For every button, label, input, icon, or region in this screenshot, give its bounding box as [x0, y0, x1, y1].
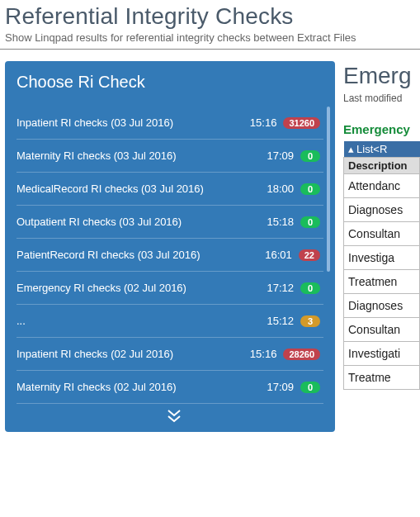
count-badge: 0	[300, 382, 320, 393]
detail-section-heading: Emergency	[343, 122, 420, 136]
ri-check-item-time: 16:01	[256, 249, 292, 261]
detail-subtitle: Last modified	[343, 92, 420, 104]
grid-row-cell[interactable]: Consultan	[344, 318, 420, 342]
ri-check-list: Inpatient RI checks (03 Jul 2016)15:1631…	[17, 107, 332, 404]
ri-check-item-time: 15:12	[257, 315, 294, 327]
ri-check-item[interactable]: Emergency RI checks (02 Jul 2016)17:120	[17, 272, 323, 305]
grid-col-description: Description	[344, 158, 420, 174]
ri-check-item-time: 15:16	[240, 116, 276, 129]
ri-check-item[interactable]: Inpatient RI checks (02 Jul 2016)15:1628…	[17, 338, 323, 371]
ri-check-item[interactable]: Maternity RI checks (03 Jul 2016)17:090	[17, 140, 323, 173]
ri-check-item-label: MedicalRecord RI checks (03 Jul 2016)	[17, 183, 257, 195]
ri-check-item-label: Maternity RI checks (03 Jul 2016)	[17, 149, 257, 162]
count-badge: 28260	[283, 349, 320, 360]
count-badge: 22	[299, 249, 320, 261]
ri-check-item[interactable]: PatientRecord RI checks (03 Jul 2016)16:…	[17, 239, 323, 272]
ri-check-item[interactable]: Inpatient RI checks (03 Jul 2016)15:1631…	[17, 107, 323, 140]
page-header: Referential Integrity Checks Show Linqpa…	[0, 0, 420, 50]
ri-check-item-label: Inpatient RI checks (02 Jul 2016)	[17, 348, 240, 360]
grid-row-cell[interactable]: Diagnoses	[344, 294, 420, 318]
expand-footer[interactable]	[17, 404, 332, 424]
grid-row-cell[interactable]: Attendanc	[344, 174, 420, 198]
grid-list-header[interactable]: ▴ List<R	[344, 141, 420, 158]
ri-check-item[interactable]: Outpatient RI checks (03 Jul 2016)15:180	[17, 206, 323, 239]
scrollbar[interactable]	[327, 107, 330, 397]
ri-check-item-time: 15:18	[257, 216, 294, 228]
page-subtitle: Show Linqpad results for referential int…	[5, 31, 415, 44]
ri-check-item-time: 17:12	[257, 282, 294, 294]
ri-check-item-time: 17:09	[257, 381, 294, 393]
ri-check-item-time: 18:00	[257, 183, 294, 195]
ri-check-item-label: Maternity RI checks (02 Jul 2016)	[17, 381, 257, 393]
ri-check-item-label: Inpatient RI checks (03 Jul 2016)	[17, 116, 240, 129]
grid-row-cell[interactable]: Treatmen	[344, 270, 420, 294]
grid-row-cell[interactable]: Treatme	[344, 366, 420, 390]
detail-table: ▴ List<R Description AttendancDiagnosesC…	[343, 141, 420, 390]
ri-check-item-label: PatientRecord RI checks (03 Jul 2016)	[17, 249, 256, 261]
grid-row-cell[interactable]: Diagnoses	[344, 198, 420, 222]
grid-row-cell[interactable]: Investiga	[344, 246, 420, 270]
count-badge: 0	[300, 183, 320, 195]
count-badge: 0	[300, 216, 320, 228]
grid-row-cell[interactable]: Consultan	[344, 222, 420, 246]
ri-check-item-time: 15:16	[240, 348, 276, 360]
ri-check-item-label: ...	[17, 315, 257, 327]
count-badge: 3	[300, 315, 320, 327]
detail-column: Emerg Last modified Emergency ▴ List<R D…	[343, 61, 420, 432]
count-badge: 31260	[283, 117, 320, 129]
content-row: Choose Ri Check Inpatient RI checks (03 …	[0, 50, 420, 432]
ri-check-item[interactable]: MedicalRecord RI checks (03 Jul 2016)18:…	[17, 173, 323, 206]
detail-title: Emerg	[343, 63, 420, 89]
count-badge: 0	[300, 282, 320, 294]
ri-check-item[interactable]: ...15:123	[17, 305, 323, 338]
count-badge: 0	[300, 150, 320, 162]
ri-check-item[interactable]: Maternity RI checks (02 Jul 2016)17:090	[17, 371, 323, 404]
ri-check-panel: Choose Ri Check Inpatient RI checks (03 …	[5, 61, 335, 432]
scrollbar-thumb[interactable]	[327, 107, 330, 272]
page-title: Referential Integrity Checks	[5, 3, 415, 30]
grid-row-cell[interactable]: Investigati	[344, 342, 420, 366]
ri-check-item-label: Emergency RI checks (02 Jul 2016)	[17, 282, 257, 294]
chevron-down-double-icon	[17, 409, 332, 424]
ri-check-item-time: 17:09	[257, 149, 294, 162]
panel-title: Choose Ri Check	[17, 73, 332, 92]
ri-check-item-label: Outpatient RI checks (03 Jul 2016)	[17, 216, 257, 228]
